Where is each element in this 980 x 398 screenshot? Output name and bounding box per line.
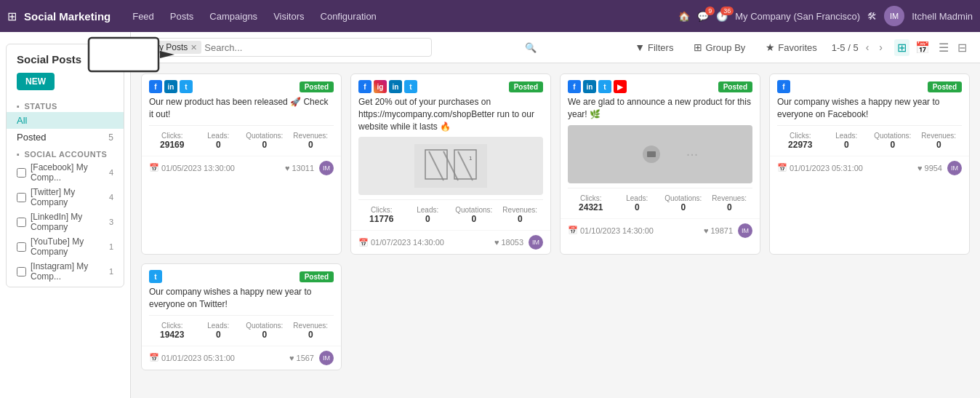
card2-avatar: IM <box>529 235 543 250</box>
account-twitter-checkbox[interactable] <box>17 193 26 202</box>
calendar-icon: 📅 <box>777 163 787 172</box>
favorites-button[interactable]: ★ Favorites <box>760 39 822 56</box>
stat-quotations: Quotations: 0 <box>241 320 288 341</box>
nav-feed[interactable]: Feed <box>125 7 161 26</box>
account-youtube[interactable]: [YouTube] My Company 1 <box>7 234 124 259</box>
card1-platforms: f in t <box>149 80 193 93</box>
remove-tag-button[interactable]: ✕ <box>190 43 197 52</box>
nav-configuration[interactable]: Configuration <box>313 7 384 26</box>
heart-icon: ♥ <box>704 226 709 235</box>
facebook-icon: f <box>568 80 581 93</box>
search-tags[interactable]: My Posts ✕ <box>141 38 432 57</box>
account-facebook-checkbox[interactable] <box>17 168 26 178</box>
sidebar: Social Posts NEW ▪ STATUS All Posted 5 ▪… <box>0 32 131 398</box>
post-card-2[interactable]: f ig in t Posted Get 20% out of your pur… <box>350 73 551 255</box>
card2-header: f ig in t Posted <box>351 74 550 96</box>
twitter-icon: t <box>149 270 162 283</box>
calendar-view-button[interactable]: 📅 <box>912 39 933 56</box>
account-linkedin-checkbox[interactable] <box>17 218 26 227</box>
account-instagram-checkbox[interactable] <box>17 267 26 276</box>
card1-stats: Clicks: 29169 Leads: 0 Quotations: 0 R <box>149 125 334 151</box>
card4-footer: 📅 01/01/2023 05:31:00 ♥ 9954 IM <box>770 156 969 180</box>
card2-platforms: f ig in t <box>358 80 417 93</box>
card4-likes: ♥ 9954 IM <box>917 161 962 175</box>
account-linkedin[interactable]: [LinkedIn] My Company 3 <box>7 210 124 234</box>
svg-text:1: 1 <box>469 155 473 162</box>
messages-icon[interactable]: 💬 9 <box>697 11 709 22</box>
card5-date: 📅 01/01/2023 05:31:00 <box>149 353 235 362</box>
nav-campaigns[interactable]: Campaigns <box>202 7 265 26</box>
search-icon[interactable]: 🔍 <box>525 42 537 53</box>
activity-icon[interactable]: 🏠 <box>678 11 690 22</box>
calendar-icon: 📅 <box>568 226 578 235</box>
heart-icon: ♥ <box>289 354 294 362</box>
status-all[interactable]: All <box>7 112 124 129</box>
app-grid-icon[interactable]: ⊞ <box>7 9 17 23</box>
tools-icon[interactable]: 🛠 <box>867 11 877 22</box>
card2-text: Get 20% out of your purchases on https:/… <box>358 96 543 132</box>
new-button[interactable]: NEW <box>17 73 55 90</box>
nav-posts[interactable]: Posts <box>163 7 201 26</box>
card5-footer: 📅 01/01/2023 05:31:00 ♥ 1567 IM <box>142 346 341 370</box>
next-page-button[interactable]: › <box>876 40 885 55</box>
facebook-icon: f <box>358 80 371 93</box>
svg-rect-10 <box>647 151 656 157</box>
search-input[interactable] <box>204 42 425 53</box>
filter-icon: ▼ <box>635 41 645 53</box>
accounts-section-header: ▪ SOCIAL ACCOUNTS <box>7 146 124 160</box>
card1-likes: ♥ 13011 IM <box>285 161 334 175</box>
card5-header: t Posted <box>142 264 341 286</box>
account-instagram[interactable]: [Instagram] My Comp... 1 <box>7 259 124 284</box>
card2-stats: Clicks: 11776 Leads: 0 Quotations: 0 R <box>358 199 543 226</box>
status-section-header: ▪ STATUS <box>7 97 124 112</box>
card3-footer: 📅 01/10/2023 14:30:00 ♥ 19871 IM <box>561 218 760 242</box>
kanban-view-button[interactable]: ⊞ <box>894 39 909 56</box>
card4-body: Our company wishes a happy new year to e… <box>770 96 969 156</box>
user-name: Itchell Madmin <box>912 11 973 22</box>
twitter-icon: t <box>598 80 611 93</box>
account-youtube-checkbox[interactable] <box>17 242 26 252</box>
group-by-button[interactable]: ⊞ Group By <box>688 39 751 56</box>
post-card-1[interactable]: f in t Posted Our new product has been r… <box>141 73 342 255</box>
posted-badge: Posted <box>300 271 334 282</box>
card4-avatar: IM <box>947 161 962 175</box>
stat-clicks: Clicks: 29169 <box>149 130 196 151</box>
account-youtube-label: [YouTube] My Company <box>31 236 105 257</box>
list-view-button[interactable]: ☰ <box>936 39 952 56</box>
nav-visitors[interactable]: Visitors <box>266 7 311 26</box>
card4-header: f Posted <box>770 74 969 96</box>
filters-button[interactable]: ▼ Filters <box>629 39 679 56</box>
card2-likes: ♥ 18053 IM <box>494 235 543 250</box>
stat-quotations: Quotations: 0 <box>451 204 497 226</box>
clock-icon[interactable]: 🕐 36 <box>716 11 728 22</box>
status-all-label: All <box>17 115 27 126</box>
prev-page-button[interactable]: ‹ <box>863 40 872 55</box>
card5-platforms: t <box>149 270 162 283</box>
stat-leads: Leads: 0 <box>824 130 870 151</box>
card2-date: 📅 01/07/2023 14:30:00 <box>358 238 444 247</box>
card3-date: 📅 01/10/2023 14:30:00 <box>568 226 654 235</box>
card5-stats: Clicks: 19423 Leads: 0 Quotations: 0 R <box>149 315 334 341</box>
clock-badge: 36 <box>720 7 734 15</box>
post-card-5[interactable]: t Posted Our company wishes a happy new … <box>141 263 342 370</box>
company-name[interactable]: My Company (San Francisco) <box>735 11 860 22</box>
post-card-3[interactable]: f in t ▶ Posted We are glad to announce … <box>560 73 760 255</box>
account-twitter-label: [Twitter] My Company <box>31 187 105 207</box>
status-posted[interactable]: Posted 5 <box>7 129 124 146</box>
product-image-svg: 1 <box>414 144 487 188</box>
account-twitter[interactable]: [Twitter] My Company 4 <box>7 185 124 210</box>
post-card-4[interactable]: f Posted Our company wishes a happy new … <box>769 73 970 255</box>
stat-clicks: Clicks: 11776 <box>358 204 405 226</box>
card3-avatar: IM <box>738 223 752 238</box>
stat-revenues: Revenues: 0 <box>497 204 544 226</box>
avatar[interactable]: IM <box>884 6 904 26</box>
posted-badge: Posted <box>509 81 543 92</box>
calendar-icon: 📅 <box>358 238 369 247</box>
dots-icon: ··· <box>686 146 699 162</box>
pivot-view-button[interactable]: ⊟ <box>955 39 970 56</box>
account-facebook[interactable]: [Facebook] My Comp... 4 <box>7 160 124 185</box>
stat-clicks: Clicks: 19423 <box>149 320 196 341</box>
sidebar-panel: Social Posts NEW ▪ STATUS All Posted 5 ▪… <box>6 44 124 287</box>
stat-revenues: Revenues: 0 <box>707 193 753 214</box>
linkedin-icon: in <box>389 80 402 93</box>
